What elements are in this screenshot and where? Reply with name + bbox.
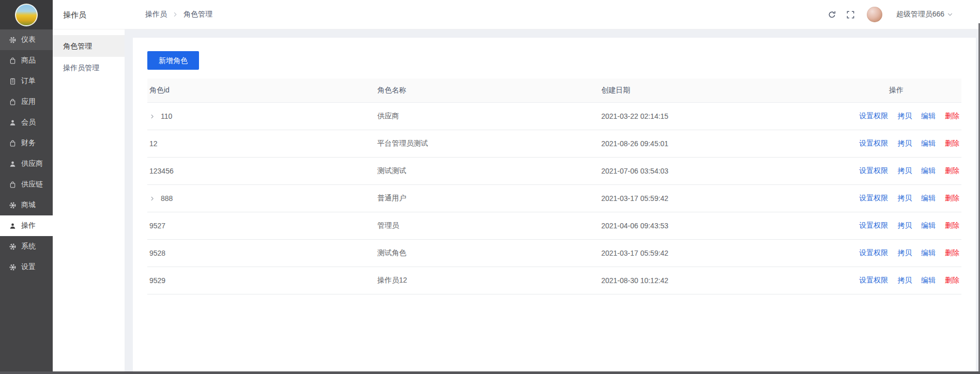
- bag-icon: [9, 139, 17, 147]
- set-permissions-link[interactable]: 设置权限: [859, 112, 888, 120]
- created-date-value: 2021-03-17 05:59:42: [599, 239, 803, 267]
- copy-link[interactable]: 拷贝: [897, 112, 912, 120]
- role-name-value: 供应商: [375, 102, 599, 130]
- copy-link[interactable]: 拷贝: [897, 139, 912, 147]
- set-permissions-link[interactable]: 设置权限: [859, 248, 888, 257]
- delete-link[interactable]: 删除: [945, 221, 959, 229]
- edit-link[interactable]: 编辑: [921, 112, 936, 120]
- column-role-name: 角色名称: [375, 79, 599, 102]
- submenu-item-operator-management[interactable]: 操作员管理: [53, 57, 125, 79]
- sidebar-item-label: 财务: [21, 138, 36, 148]
- role-id-cell: 9527: [147, 212, 375, 239]
- edit-link[interactable]: 编辑: [921, 276, 936, 284]
- topbar: 操作员 角色管理 超级管理员666: [125, 0, 980, 29]
- add-role-button[interactable]: 新增角色: [147, 51, 199, 70]
- bag-icon: [9, 98, 17, 106]
- role-id-value: 12: [149, 139, 158, 148]
- role-id-value: 9527: [149, 222, 165, 230]
- created-date-value: 2021-08-26 09:45:01: [599, 130, 803, 157]
- role-id-cell: 123456: [147, 157, 375, 184]
- set-permissions-link[interactable]: 设置权限: [859, 139, 888, 147]
- sidebar-item-label: 供应链: [21, 180, 43, 189]
- sidebar-item-label: 设置: [21, 262, 36, 272]
- edit-link[interactable]: 编辑: [921, 248, 936, 257]
- role-id-value: 110: [161, 112, 172, 120]
- edit-link[interactable]: 编辑: [921, 139, 936, 147]
- row-actions: 设置权限 拷贝 编辑 删除: [803, 239, 961, 267]
- row-actions: 设置权限 拷贝 编辑 删除: [803, 130, 961, 157]
- table-row: 888 普通用户 2021-03-17 05:59:42 设置权限 拷贝 编辑 …: [147, 184, 961, 212]
- gear-icon: [9, 263, 17, 271]
- breadcrumb-item-operator[interactable]: 操作员: [145, 10, 167, 19]
- delete-link[interactable]: 删除: [945, 139, 959, 147]
- delete-link[interactable]: 删除: [945, 166, 959, 175]
- row-actions: 设置权限 拷贝 编辑 删除: [803, 102, 961, 130]
- chevron-down-icon: [947, 11, 953, 18]
- role-id-cell: 12: [147, 130, 375, 157]
- sidebar-item-suppliers[interactable]: 供应商: [0, 153, 53, 174]
- column-created-date: 创建日期: [599, 79, 803, 102]
- role-name-value: 普通用户: [375, 184, 599, 212]
- copy-link[interactable]: 拷贝: [897, 194, 912, 202]
- sidebar-item-label: 订单: [21, 76, 36, 86]
- set-permissions-link[interactable]: 设置权限: [859, 166, 888, 175]
- sidebar-item-members[interactable]: 会员: [0, 112, 53, 133]
- role-name-value: 平台管理员测试: [375, 130, 599, 157]
- copy-link[interactable]: 拷贝: [897, 248, 912, 257]
- gear-icon: [9, 201, 17, 209]
- copy-link[interactable]: 拷贝: [897, 166, 912, 175]
- table-row: 9528 测试角色 2021-03-17 05:59:42 设置权限 拷贝 编辑…: [147, 239, 961, 267]
- breadcrumb-item-role-management: 角色管理: [183, 10, 212, 19]
- refresh-icon[interactable]: [828, 10, 836, 19]
- bag-icon: [9, 181, 17, 189]
- delete-link[interactable]: 删除: [945, 248, 959, 257]
- sidebar-item-label: 商品: [21, 56, 36, 65]
- gauge-gear-icon: [9, 36, 17, 44]
- user-menu[interactable]: 超级管理员666: [896, 10, 953, 19]
- submenu-item-role-management[interactable]: 角色管理: [53, 35, 125, 57]
- delete-link[interactable]: 删除: [945, 194, 959, 202]
- sidebar-item-label: 系统: [21, 242, 36, 251]
- gear-icon: [9, 243, 17, 251]
- content-card: 新增角色 角色id 角色名称 创建日期 操作 110 供应商 2021-03-2…: [133, 38, 976, 374]
- created-date-value: 2021-04-06 09:43:53: [599, 212, 803, 239]
- created-date-value: 2021-03-17 05:59:42: [599, 184, 803, 212]
- breadcrumb: 操作员 角色管理: [145, 10, 212, 19]
- bag-icon: [9, 57, 17, 65]
- chevron-right-icon: [172, 11, 178, 18]
- set-permissions-link[interactable]: 设置权限: [859, 194, 888, 202]
- set-permissions-link[interactable]: 设置权限: [859, 221, 888, 229]
- sidebar-item-dashboard[interactable]: 仪表: [0, 29, 53, 50]
- sidebar-item-finance[interactable]: 财务: [0, 133, 53, 153]
- delete-link[interactable]: 删除: [945, 276, 959, 284]
- user-avatar[interactable]: [867, 7, 882, 22]
- sidebar-item-label: 会员: [21, 118, 36, 127]
- role-id-value: 888: [161, 194, 173, 202]
- edit-link[interactable]: 编辑: [921, 166, 936, 175]
- set-permissions-link[interactable]: 设置权限: [859, 276, 888, 284]
- sidebar-item-operations[interactable]: 操作: [0, 215, 53, 236]
- sidebar-item-supply-chain[interactable]: 供应链: [0, 174, 53, 195]
- table-row: 9529 操作员12 2021-08-30 10:12:42 设置权限 拷贝 编…: [147, 267, 961, 294]
- sidebar-item-apps[interactable]: 应用: [0, 91, 53, 112]
- person-icon: [9, 222, 17, 230]
- sidebar-item-mall[interactable]: 商城: [0, 195, 53, 215]
- sidebar-item-goods[interactable]: 商品: [0, 50, 53, 71]
- sidebar-item-system[interactable]: 系统: [0, 236, 53, 257]
- expand-row-icon[interactable]: [149, 114, 159, 119]
- sidebar-item-settings[interactable]: 设置: [0, 257, 53, 277]
- fullscreen-icon[interactable]: [846, 10, 855, 19]
- role-id-value: 9529: [149, 276, 165, 285]
- window-bottom-edge: [0, 371, 980, 374]
- copy-link[interactable]: 拷贝: [897, 221, 912, 229]
- delete-link[interactable]: 删除: [945, 112, 959, 120]
- expand-row-icon[interactable]: [149, 196, 159, 201]
- sidebar-item-orders[interactable]: 订单: [0, 71, 53, 91]
- role-id-value: 9528: [149, 249, 165, 257]
- created-date-value: 2021-03-22 02:14:15: [599, 102, 803, 130]
- column-role-id: 角色id: [147, 79, 375, 102]
- edit-link[interactable]: 编辑: [921, 194, 936, 202]
- app-logo[interactable]: [15, 4, 38, 26]
- copy-link[interactable]: 拷贝: [897, 276, 912, 284]
- edit-link[interactable]: 编辑: [921, 221, 936, 229]
